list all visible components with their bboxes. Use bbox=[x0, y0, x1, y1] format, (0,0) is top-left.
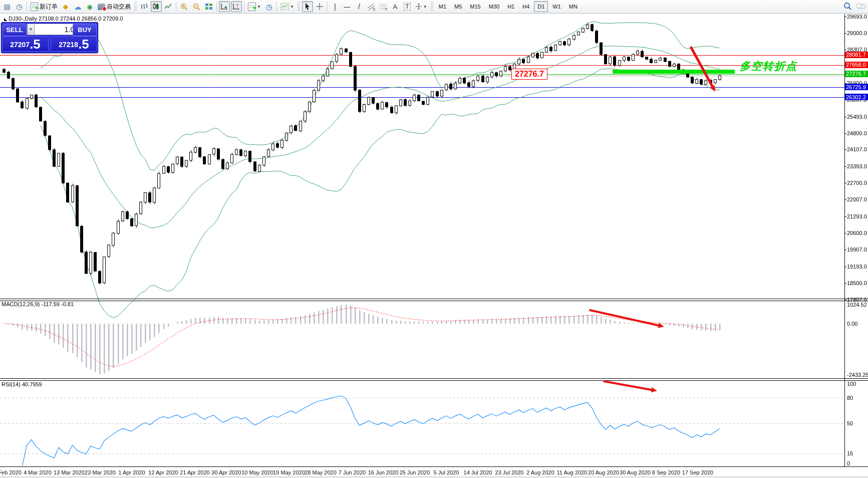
axis-tick-label: 1024.52 bbox=[847, 302, 867, 308]
axis-tick-label: 29000.0 bbox=[847, 30, 867, 36]
axis-tick-label: 22700.0 bbox=[847, 180, 867, 186]
toolbar-grip[interactable] bbox=[298, 2, 300, 12]
line-chart-type-button[interactable] bbox=[163, 1, 174, 12]
axis-tick bbox=[844, 183, 846, 183]
axis-tick bbox=[844, 216, 846, 217]
mql-editor-icon[interactable]: ◆ bbox=[60, 1, 71, 12]
axis-tick bbox=[844, 133, 846, 134]
auto-scroll-icon bbox=[220, 3, 228, 11]
toolbar-grip[interactable] bbox=[134, 2, 137, 12]
bar-chart-type-button[interactable] bbox=[139, 1, 150, 12]
date-tick-label: 17 Sep 2020 bbox=[682, 469, 713, 475]
auto-scroll-button[interactable] bbox=[219, 1, 230, 12]
timeframe-mn[interactable]: MN bbox=[565, 1, 581, 12]
tile-windows-icon bbox=[205, 3, 213, 11]
axis-tick-label: 18500.0 bbox=[847, 280, 867, 286]
axis-tick-label: 100 bbox=[847, 381, 856, 387]
date-tick-label: 2 Aug 2020 bbox=[526, 469, 554, 475]
horizontal-line-tool[interactable]: — bbox=[342, 1, 353, 12]
buy-price[interactable]: 27218.5 bbox=[51, 36, 97, 52]
date-tick-label: 23 Mar 2020 bbox=[85, 469, 116, 475]
timeframe-h1[interactable]: H1 bbox=[504, 1, 518, 12]
axis-tick bbox=[844, 33, 846, 34]
new-order-label: 新订单 bbox=[40, 3, 58, 11]
periods-button[interactable]: ◷ bbox=[263, 1, 274, 12]
equidistant-channel-tool[interactable]: E bbox=[366, 1, 377, 12]
price-callout-box[interactable]: 27276.7 bbox=[511, 69, 547, 80]
templates-icon bbox=[280, 3, 289, 10]
search-icon bbox=[843, 2, 852, 11]
arrows-tool[interactable]: ▼ bbox=[414, 1, 429, 12]
indicators-button[interactable]: ＋ ▼ bbox=[246, 1, 262, 12]
axis-tick-label: -2433.25 bbox=[847, 372, 868, 378]
axis-tick-label: 22007.0 bbox=[847, 196, 867, 202]
new-order-button[interactable]: ＋ 新订单 bbox=[29, 1, 59, 12]
toolbar-separator bbox=[327, 2, 328, 12]
axis-tick-label: 25493.0 bbox=[847, 114, 867, 120]
vertical-line-tool[interactable]: | bbox=[330, 1, 341, 12]
chevron-down-icon: ▼ bbox=[257, 5, 261, 9]
terminal-window-icon[interactable]: ▤ bbox=[2, 1, 13, 12]
cursor-icon bbox=[304, 3, 311, 11]
search-button[interactable] bbox=[841, 1, 853, 12]
trendline-tool[interactable]: / bbox=[354, 1, 365, 12]
timeframe-w1[interactable]: W1 bbox=[549, 1, 564, 12]
autotrade-icon bbox=[98, 4, 105, 10]
axis-tick-label: 19907.0 bbox=[847, 247, 867, 253]
chart-shift-icon bbox=[232, 3, 240, 11]
timeframe-d1[interactable]: D1 bbox=[534, 1, 548, 12]
chart-shift-button[interactable] bbox=[231, 1, 242, 12]
price-level-tag: 26725.9 bbox=[845, 84, 868, 90]
volume-decrease-button[interactable]: ▼ bbox=[27, 24, 35, 35]
rsi-indicator-label: RSI(14) 40.7959 bbox=[2, 381, 42, 387]
date-tick-label: 21 Apr 2020 bbox=[180, 469, 209, 475]
axis-tick bbox=[844, 250, 846, 250]
price-level-tag: 27658.0 bbox=[845, 62, 868, 68]
price-level-tag: 28081.7 bbox=[845, 52, 868, 58]
cursor-tool-button[interactable] bbox=[302, 1, 313, 12]
strategy-tester-icon[interactable]: ◷ bbox=[14, 1, 25, 12]
date-tick-label: 13 Mar 2020 bbox=[54, 469, 85, 475]
date-tick-label: 16 Jun 2020 bbox=[368, 469, 399, 475]
autotrade-button[interactable]: 自动交易 bbox=[96, 1, 132, 12]
zoom-in-button[interactable] bbox=[178, 1, 190, 12]
date-tick-label: 7 Jun 2020 bbox=[339, 469, 366, 475]
timeframe-m15[interactable]: M15 bbox=[466, 1, 484, 12]
date-tick-label: 14 Jul 2020 bbox=[464, 469, 492, 475]
symbol-arrow-icon: ◣ bbox=[4, 17, 7, 22]
toolbar-separator bbox=[176, 2, 176, 12]
line-chart-icon bbox=[164, 3, 172, 11]
text-label-tool[interactable]: T bbox=[402, 1, 413, 12]
buy-button[interactable]: BUY bbox=[73, 24, 97, 36]
indicators-icon: ＋ bbox=[248, 3, 256, 11]
axis-tick-label: 0 bbox=[847, 460, 850, 466]
timeframe-m5[interactable]: M5 bbox=[451, 1, 465, 12]
crosshair-tool-button[interactable] bbox=[314, 1, 325, 12]
date-tick-label: 30 Apr 2020 bbox=[211, 469, 241, 475]
candlestick-chart-type-button[interactable] bbox=[151, 1, 162, 12]
templates-button[interactable]: ▼ bbox=[279, 1, 296, 12]
mql5-community-icon[interactable]: ☁ bbox=[72, 1, 83, 12]
axis-tick bbox=[844, 233, 846, 233]
zoom-out-button[interactable] bbox=[191, 1, 202, 12]
sell-price[interactable]: 27207.5 bbox=[2, 36, 49, 52]
mt4-terminal: { "toolbar": { "new_order_label": "新订单",… bbox=[0, 0, 868, 478]
tile-windows-button[interactable] bbox=[203, 1, 214, 12]
timeframe-h4[interactable]: H4 bbox=[519, 1, 533, 12]
price-chart-canvas[interactable] bbox=[0, 0, 868, 478]
sell-button[interactable]: SELL bbox=[3, 24, 27, 36]
axis-tick-label: 19193.0 bbox=[847, 264, 867, 270]
chart-title: ◣DJ30-,Daily 27108.0 27244.0 26856.0 272… bbox=[4, 16, 123, 22]
one-click-trade-panel: SELL ▼ 1.00 ▲ BUY 27207.5 27218.5 bbox=[1, 22, 98, 53]
fibonacci-tool[interactable]: F bbox=[378, 1, 389, 12]
text-tool[interactable]: A bbox=[390, 1, 401, 12]
axis-tick-label: 21293.0 bbox=[847, 213, 867, 219]
timeframe-m30[interactable]: M30 bbox=[485, 1, 503, 12]
toolbar-grip[interactable] bbox=[431, 2, 433, 12]
annotation-text-cn[interactable]: 多空转折点 bbox=[740, 59, 797, 73]
date-tick-label: 20 Aug 2020 bbox=[588, 469, 619, 475]
chat-button[interactable] bbox=[854, 1, 867, 12]
axis-tick-label: 23393.0 bbox=[847, 163, 867, 169]
timeframe-m1[interactable]: M1 bbox=[435, 1, 450, 12]
signals-icon[interactable]: ◉ bbox=[84, 1, 95, 12]
